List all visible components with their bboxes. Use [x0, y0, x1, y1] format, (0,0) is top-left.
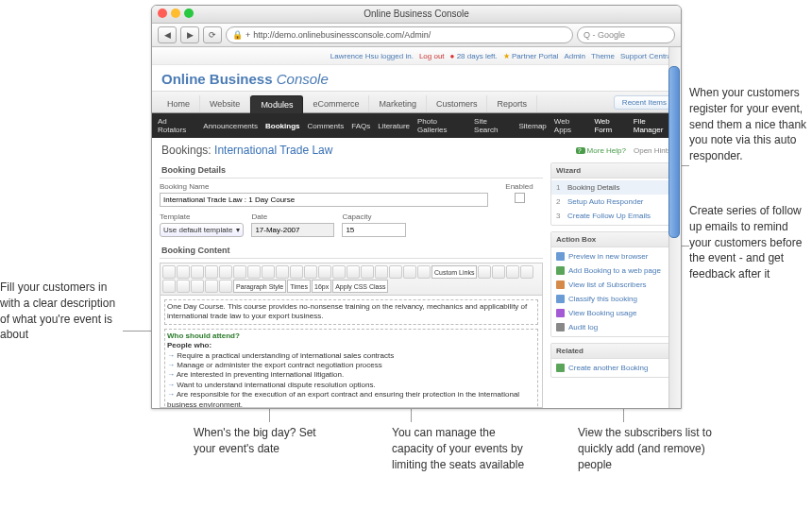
- tb-icon[interactable]: [177, 280, 190, 293]
- tb-icon[interactable]: [478, 265, 491, 279]
- subnav-comments[interactable]: Comments: [308, 122, 345, 130]
- tb-icon[interactable]: [219, 265, 232, 279]
- tb-icon[interactable]: [332, 265, 346, 279]
- related-header: Related: [551, 344, 672, 359]
- size-select[interactable]: 16px: [312, 280, 331, 293]
- tb-icon[interactable]: [520, 265, 533, 279]
- url-bar[interactable]: 🔒+http://demo.onlinebusinessconsole.com/…: [226, 26, 573, 43]
- tab-website[interactable]: Website: [200, 95, 250, 112]
- tb-icon[interactable]: [492, 265, 505, 279]
- subnav-adrotators[interactable]: Ad Rotators: [158, 117, 195, 134]
- action-add-booking[interactable]: Add Booking to a web page: [551, 264, 672, 278]
- wizard-step-1[interactable]: 1Booking Details: [551, 180, 672, 195]
- wizard-header: Wizard: [551, 163, 672, 178]
- add-icon: [556, 266, 565, 275]
- scrollbar[interactable]: [668, 47, 681, 409]
- subnav-photo[interactable]: Photo Galleries: [417, 117, 466, 134]
- action-usage[interactable]: View Booking usage: [551, 306, 672, 320]
- tb-icon[interactable]: [375, 265, 388, 279]
- recent-items[interactable]: Recent Items: [614, 95, 675, 110]
- subnav-webapps[interactable]: Web Apps: [554, 117, 587, 134]
- subnav-bookings[interactable]: Bookings: [265, 122, 299, 130]
- browser-window: Online Business Console ◀ ▶ ⟳ 🔒+http://d…: [151, 5, 682, 409]
- window-title: Online Business Console: [364, 8, 469, 19]
- tb-icon[interactable]: [506, 265, 519, 279]
- logout-link[interactable]: Log out: [419, 52, 445, 60]
- enabled-label: Enabled: [505, 182, 533, 191]
- wizard-step-2[interactable]: 2Setup Auto Responder: [551, 195, 672, 209]
- tb-icon[interactable]: [403, 265, 416, 279]
- related-create[interactable]: Create another Booking: [551, 361, 672, 375]
- tb-icon[interactable]: [361, 265, 374, 279]
- action-header: Action Box: [551, 232, 672, 247]
- browser-toolbar: ◀ ▶ ⟳ 🔒+http://demo.onlinebusinessconsol…: [152, 24, 681, 47]
- custom-links-select[interactable]: Custom Links: [431, 265, 477, 279]
- content-editor[interactable]: One Day Course. This course provides no-…: [160, 296, 543, 408]
- scroll-thumb[interactable]: [668, 66, 680, 238]
- tb-icon[interactable]: [304, 265, 317, 279]
- tb-icon[interactable]: [276, 265, 289, 279]
- tab-marketing[interactable]: Marketing: [369, 95, 427, 112]
- tb-icon[interactable]: [389, 265, 402, 279]
- tb-icon[interactable]: [162, 265, 176, 279]
- capacity-label: Capacity: [342, 212, 406, 221]
- back-button[interactable]: ◀: [158, 26, 177, 43]
- tab-ecommerce[interactable]: eCommerce: [303, 95, 369, 112]
- tab-home[interactable]: Home: [158, 95, 200, 112]
- template-label: Template: [160, 212, 244, 221]
- user-bar: Lawrence Hsu logged in. Log out 28 days …: [152, 47, 681, 65]
- action-preview[interactable]: Preview in new browser: [551, 249, 672, 264]
- tb-icon[interactable]: [318, 265, 331, 279]
- template-select[interactable]: Use default template▾: [160, 223, 244, 237]
- subnav-sitemap[interactable]: Sitemap: [518, 122, 546, 130]
- subnav-announcements[interactable]: Announcements: [203, 122, 258, 130]
- subnav-sitesearch[interactable]: Site Search: [474, 117, 511, 134]
- tb-icon[interactable]: [290, 265, 303, 279]
- booking-name-input[interactable]: [160, 193, 488, 207]
- traffic-lights[interactable]: [158, 8, 194, 18]
- tb-icon[interactable]: [162, 280, 176, 293]
- tab-reports[interactable]: Reports: [487, 95, 537, 112]
- annotation-subscribers: View the subscribers list to quickly add…: [578, 425, 719, 472]
- paragraph-style-select[interactable]: Paragraph Style: [233, 280, 286, 293]
- wizard-step-3[interactable]: 3Create Follow Up Emails: [551, 209, 672, 223]
- tb-icon[interactable]: [191, 280, 204, 293]
- logged-in-text: Lawrence Hsu logged in.: [330, 52, 414, 60]
- tb-icon[interactable]: [219, 280, 232, 293]
- support-link[interactable]: Support Central: [620, 52, 673, 60]
- tb-icon[interactable]: [177, 265, 190, 279]
- tb-icon[interactable]: [262, 265, 275, 279]
- tab-customers[interactable]: Customers: [427, 95, 488, 112]
- css-class-select[interactable]: Apply CSS Class: [332, 280, 388, 293]
- capacity-input[interactable]: [342, 223, 406, 237]
- theme-link[interactable]: Theme: [591, 52, 615, 60]
- tb-icon[interactable]: [417, 265, 431, 279]
- window-titlebar: Online Business Console: [152, 6, 681, 24]
- action-subscribers[interactable]: View list of Subscribers: [551, 278, 672, 292]
- annotation-followup: Create series of follow up emails to rem…: [689, 203, 810, 282]
- wizard-box: Wizard 1Booking Details 2Setup Auto Resp…: [550, 162, 673, 226]
- tab-modules[interactable]: Modules: [250, 95, 303, 113]
- subnav-webform[interactable]: Web Form: [594, 117, 627, 134]
- reload-button[interactable]: ⟳: [203, 26, 222, 43]
- tb-icon[interactable]: [205, 280, 218, 293]
- tb-icon[interactable]: [247, 265, 261, 279]
- font-select[interactable]: Times: [287, 280, 311, 293]
- browser-search[interactable]: Q - Google: [577, 26, 675, 43]
- date-input[interactable]: [251, 223, 334, 237]
- enabled-checkbox[interactable]: [515, 193, 525, 203]
- partner-link[interactable]: Partner Portal: [503, 52, 559, 60]
- forward-button[interactable]: ▶: [180, 26, 199, 43]
- subnav-literature[interactable]: Literature: [378, 122, 410, 130]
- admin-link[interactable]: Admin: [564, 52, 585, 60]
- tb-icon[interactable]: [233, 265, 246, 279]
- open-hints-link[interactable]: Open Hints: [634, 146, 671, 155]
- action-audit[interactable]: Audit log: [551, 320, 672, 334]
- more-help-link[interactable]: More Help?: [576, 146, 626, 155]
- action-classify[interactable]: Classify this booking: [551, 292, 672, 306]
- tb-icon[interactable]: [191, 265, 204, 279]
- tb-icon[interactable]: [347, 265, 360, 279]
- create-icon: [556, 364, 565, 372]
- subnav-faqs[interactable]: FAQs: [351, 122, 370, 130]
- tb-icon[interactable]: [205, 265, 218, 279]
